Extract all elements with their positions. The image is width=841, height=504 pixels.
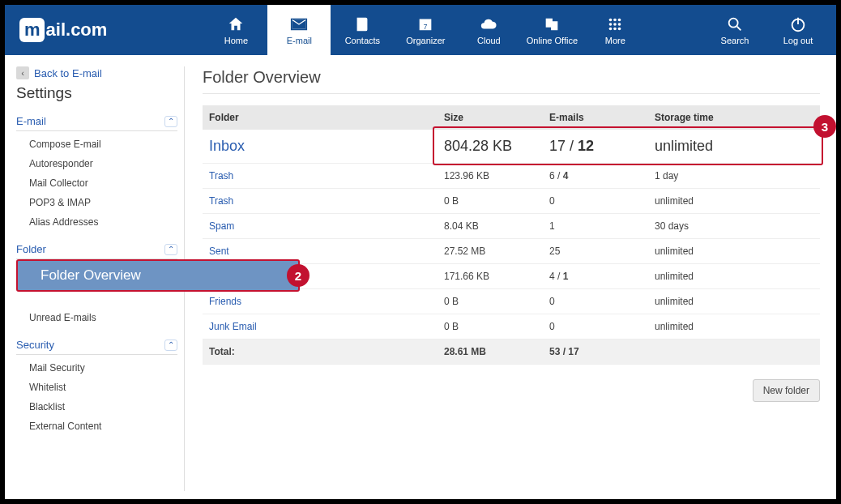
callout-badge-3: 3 (813, 115, 836, 138)
nav-contacts[interactable]: Contacts (331, 5, 394, 55)
folder-name-cell[interactable]: Trash (203, 189, 438, 214)
sidebar-item-folder-overview[interactable]: Folder Overview 2 (16, 259, 300, 292)
sidebar-item-blacklist[interactable]: Blacklist (16, 397, 177, 416)
nav-label: More (605, 36, 625, 45)
total-size: 28.61 MB (438, 340, 543, 365)
folder-name-cell[interactable]: Inbox (203, 130, 438, 164)
table-row: Junk Email0 B0unlimited (203, 314, 820, 340)
sidebar-section-security[interactable]: Security ⌃ (16, 335, 177, 355)
storage-cell: unlimited (648, 314, 820, 340)
size-cell: 804.28 KB (438, 130, 543, 164)
callout-badge-2: 2 (287, 264, 310, 287)
size-cell: 8.04 KB (438, 214, 543, 239)
sidebar-item-mail-security[interactable]: Mail Security (16, 358, 177, 378)
svg-point-8 (614, 27, 617, 30)
nav-label: Search (721, 36, 749, 45)
sidebar-item-unread-e-mails[interactable]: Unread E-mails (16, 308, 177, 327)
sidebar-item-compose-e-mail[interactable]: Compose E-mail (16, 135, 177, 154)
sidebar-item-mail-collector[interactable]: Mail Collector (16, 173, 177, 193)
table-row: Inbox804.28 KB17 / 12unlimited (203, 130, 820, 164)
svg-point-7 (609, 27, 613, 30)
storage-cell: unlimited (648, 264, 820, 289)
nav-label: E-mail (287, 36, 312, 45)
nav-label: Log out (783, 36, 813, 45)
sidebar-item-external-content[interactable]: External Content (16, 416, 177, 436)
svg-point-10 (729, 18, 738, 27)
total-emails: 53 / 17 (543, 340, 648, 365)
storage-cell: 1 day (648, 164, 820, 189)
svg-text:7: 7 (424, 23, 428, 30)
svg-point-9 (618, 27, 621, 30)
size-cell: 171.66 KB (438, 264, 543, 289)
size-cell: 123.96 KB (438, 164, 543, 189)
emails-cell: 0 (543, 189, 648, 214)
collapse-icon: ⌃ (164, 340, 177, 351)
home-icon (227, 15, 245, 33)
sidebar-section-folder[interactable]: Folder ⌃ (16, 240, 177, 259)
sidebar-item-pop3-imap[interactable]: POP3 & IMAP (16, 193, 177, 212)
size-cell: 0 B (438, 314, 543, 340)
folder-name-cell[interactable]: Spam (203, 214, 438, 239)
nav-label: Online Office (527, 36, 578, 45)
svg-point-6 (618, 23, 621, 26)
col-storage: Storage time (648, 105, 820, 130)
emails-cell: 17 / 12 (543, 130, 648, 164)
nav-more[interactable]: More (583, 5, 647, 55)
cloud-icon (480, 15, 497, 33)
collapse-icon: ⌃ (164, 244, 177, 255)
chevron-left-icon: ‹ (16, 66, 29, 79)
emails-cell: 1 (543, 214, 648, 239)
storage-cell: unlimited (648, 189, 820, 214)
nav-home[interactable]: Home (204, 5, 267, 55)
emails-cell: 0 (543, 289, 648, 314)
svg-point-2 (614, 18, 617, 21)
collapse-icon: ⌃ (164, 116, 177, 127)
table-row-total: Total:28.61 MB53 / 17 (203, 340, 820, 365)
sidebar-item-autoresponder[interactable]: Autoresponder (16, 154, 177, 173)
col-emails: E-mails (543, 105, 648, 130)
nav-office[interactable]: Online Office (520, 5, 583, 55)
emails-cell: 0 (543, 314, 648, 340)
nav-label: Home (224, 36, 248, 45)
folder-name-cell[interactable]: Trash (203, 164, 438, 189)
nav-organizer[interactable]: 7Organizer (394, 5, 457, 55)
nav-logout[interactable]: Log out (766, 5, 830, 55)
folder-table: Folder Size E-mails Storage time Inbox80… (203, 105, 820, 365)
table-row: Spam8.04 KB130 days (203, 214, 820, 239)
emails-cell: 4 / 1 (543, 264, 648, 289)
storage-cell: unlimited (648, 239, 820, 264)
more-icon (606, 15, 624, 33)
table-row: Friends0 B0unlimited (203, 289, 820, 314)
logout-icon (789, 15, 807, 33)
nav-cloud[interactable]: Cloud (457, 5, 520, 55)
total-label: Total: (203, 340, 438, 365)
emails-cell: 6 / 4 (543, 164, 648, 189)
contacts-icon (353, 15, 371, 33)
table-row: Trash123.96 KB6 / 41 day (203, 164, 820, 189)
nav-search[interactable]: Search (703, 5, 766, 55)
emails-cell: 25 (543, 239, 648, 264)
storage-cell: 30 days (648, 214, 820, 239)
sidebar-item-alias-addresses[interactable]: Alias Addresses (16, 212, 177, 232)
back-label: Back to E-mail (34, 67, 102, 79)
size-cell: 0 B (438, 189, 543, 214)
new-folder-button[interactable]: New folder (753, 379, 820, 402)
col-size: Size (438, 105, 543, 130)
table-row: Trash0 B0unlimited (203, 189, 820, 214)
sidebar: ‹ Back to E-mail Settings E-mail ⌃ Compo… (16, 66, 185, 491)
nav-label: Cloud (477, 36, 501, 45)
sidebar-item-whitelist[interactable]: Whitelist (16, 378, 177, 397)
nav-email[interactable]: E-mail (267, 5, 331, 55)
page-title: Folder Overview (203, 68, 820, 94)
svg-point-5 (614, 23, 617, 26)
office-icon (543, 15, 561, 33)
sidebar-section-email[interactable]: E-mail ⌃ (16, 112, 177, 131)
logo[interactable]: m ail.com (11, 5, 115, 55)
organizer-icon: 7 (416, 15, 434, 33)
folder-name-cell[interactable]: Junk Email (203, 314, 438, 340)
nav-label: Contacts (345, 36, 380, 45)
nav-label: Organizer (406, 36, 445, 45)
email-icon (290, 15, 308, 33)
back-to-email-link[interactable]: ‹ Back to E-mail (16, 66, 177, 79)
folder-name-cell[interactable]: Friends (203, 289, 438, 314)
